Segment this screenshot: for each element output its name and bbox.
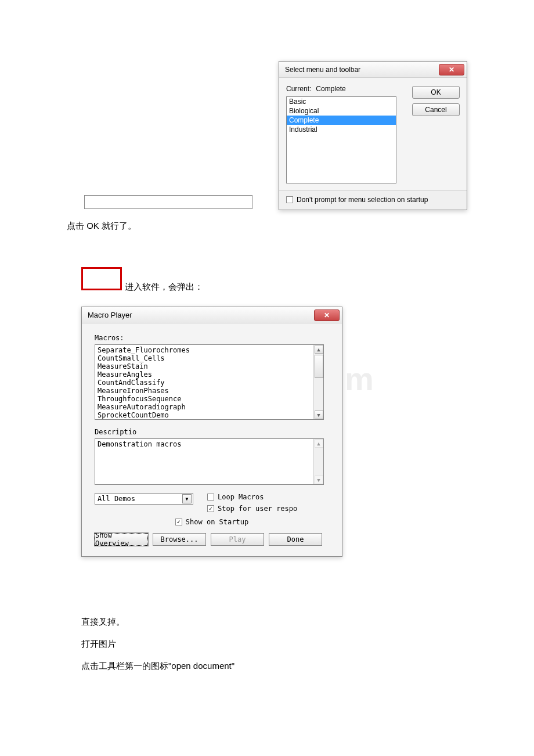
doc-text-2: 进入软件，会弹出： [125, 282, 203, 293]
macro-item[interactable]: SprocketCountDemo [98, 411, 321, 419]
macro-item[interactable]: MeasureAngles [98, 370, 321, 379]
macro-item[interactable]: ThroughfocusSequence [98, 395, 321, 403]
list-item[interactable]: Biological [287, 106, 396, 116]
select-value: All Demos [98, 495, 135, 503]
macro-item[interactable]: CountSmall_Cells [98, 354, 321, 362]
checkbox-box [175, 519, 182, 525]
checkbox-label: Loop Macros [218, 493, 264, 501]
scroll-thumb[interactable] [315, 355, 323, 378]
description-label: Descriptio [95, 428, 329, 436]
doc-text-3: 直接叉掉。 [81, 617, 125, 628]
demo-select[interactable]: All Demos ▼ [95, 493, 193, 505]
doc-text-5: 点击工具栏第一的图标"open document" [81, 661, 234, 672]
description-box: Demonstration macros ▲ ▼ [95, 438, 324, 485]
checkbox-box [286, 196, 293, 203]
scrollbar[interactable]: ▲ ▼ [313, 439, 323, 484]
close-button[interactable]: ✕ [439, 64, 464, 75]
select-menu-dialog: Select menu and toolbar ✕ Current: Compl… [279, 61, 467, 210]
macro-item[interactable]: MeasureStain [98, 362, 321, 370]
macro-item[interactable]: MeasureAutoradiograph [98, 403, 321, 411]
dont-prompt-checkbox[interactable]: Don't prompt for menu selection on start… [286, 196, 428, 204]
menu-listbox[interactable]: Basic Biological Complete Industrial [286, 96, 396, 183]
dialog-title: Select menu and toolbar [285, 66, 360, 74]
close-icon: ✕ [324, 311, 330, 319]
show-startup-checkbox[interactable]: Show on Startup [175, 518, 248, 526]
ok-button[interactable]: OK [412, 86, 460, 99]
checkbox-box [207, 505, 214, 512]
macros-listbox[interactable]: Separate_Fluorochromes CountSmall_Cells … [95, 344, 324, 420]
current-label: Current: [286, 85, 311, 93]
macro-item[interactable]: Separate_Fluorochromes [98, 346, 321, 354]
list-item[interactable]: Industrial [287, 125, 396, 134]
show-overview-button[interactable]: Show Overview [95, 533, 148, 546]
description-text: Demonstration macros [98, 440, 182, 448]
browse-button[interactable]: Browse... [153, 533, 206, 546]
macro-item[interactable]: CountAndClassify [98, 379, 321, 387]
scroll-down-icon[interactable]: ▼ [315, 476, 323, 484]
macros-label: Macros: [95, 334, 329, 342]
loop-macros-checkbox[interactable]: Loop Macros [207, 493, 297, 501]
dialog-title: Macro Player [88, 311, 132, 319]
list-item[interactable]: Basic [287, 97, 396, 106]
scroll-down-icon[interactable]: ▼ [315, 411, 323, 419]
macro-player-dialog: Macro Player ✕ Macros: Separate_Fluoroch… [81, 307, 342, 557]
checkbox-label: Stop for user respo [218, 505, 297, 513]
cancel-button[interactable]: Cancel [412, 103, 460, 116]
scrollbar[interactable]: ▲ ▼ [313, 345, 323, 419]
checkbox-label: Show on Startup [186, 518, 248, 526]
close-button[interactable]: ✕ [314, 309, 340, 321]
checkbox-box [207, 494, 214, 501]
close-icon: ✕ [449, 66, 454, 74]
stop-user-checkbox[interactable]: Stop for user respo [207, 505, 297, 513]
checkbox-label: Don't prompt for menu selection on start… [297, 196, 428, 204]
list-item-selected[interactable]: Complete [287, 116, 396, 125]
red-highlight-box [81, 267, 122, 290]
scroll-up-icon[interactable]: ▲ [315, 345, 323, 354]
doc-text-4: 打开图片 [81, 639, 116, 650]
empty-cell [84, 195, 252, 209]
done-button[interactable]: Done [269, 533, 322, 546]
macro-item[interactable]: MeasureIronPhases [98, 387, 321, 395]
dialog-titlebar: Select menu and toolbar ✕ [279, 62, 467, 78]
scroll-up-icon[interactable]: ▲ [315, 439, 323, 448]
chevron-down-icon[interactable]: ▼ [182, 494, 192, 503]
doc-text-1: 点击 OK 就行了。 [67, 221, 136, 232]
play-button[interactable]: Play [211, 533, 264, 546]
dialog-titlebar: Macro Player ✕ [82, 307, 342, 323]
current-value: Complete [316, 85, 345, 93]
